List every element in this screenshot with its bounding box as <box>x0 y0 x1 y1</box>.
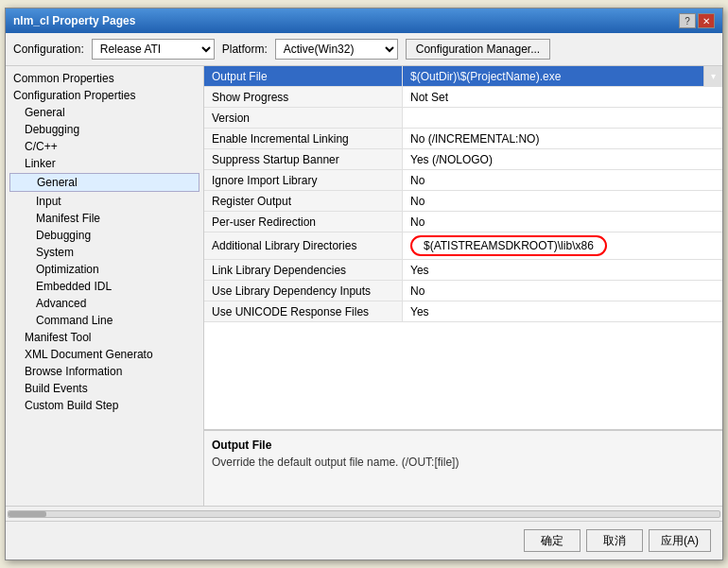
scroll-thumb <box>9 511 46 517</box>
tree-item-cpp[interactable]: C/C++ <box>6 138 203 155</box>
properties-grid: Output File $(OutDir)\$(ProjectName).exe… <box>204 66 722 430</box>
prop-row-ignore-import[interactable]: Ignore Import Library No <box>204 170 722 191</box>
close-button[interactable]: ✕ <box>698 13 715 28</box>
tree-item-linker-debugging[interactable]: Debugging <box>6 227 203 244</box>
description-panel: Output File Override the default output … <box>204 430 722 506</box>
tree-item-linker-system[interactable]: System <box>6 244 203 261</box>
tree-item-build-events[interactable]: Build Events <box>6 380 203 397</box>
bottom-bar: 确定 取消 应用(A) <box>6 521 722 559</box>
prop-name-link-lib: Link Library Dependencies <box>204 260 403 280</box>
tree-item-linker-command-line[interactable]: Command Line <box>6 312 203 329</box>
prop-name-ignore-import: Ignore Import Library <box>204 170 403 190</box>
prop-value-incremental: No (/INCREMENTAL:NO) <box>403 129 722 148</box>
title-bar-buttons: ? ✕ <box>679 13 715 28</box>
tree-item-debugging[interactable]: Debugging <box>6 121 203 138</box>
prop-value-ignore-import: No <box>403 170 722 190</box>
prop-value-use-lib-dep: No <box>403 281 722 301</box>
prop-name-output-file: Output File <box>204 66 403 86</box>
horizontal-scrollbar[interactable] <box>6 506 722 521</box>
tree-item-linker-optimization[interactable]: Optimization <box>6 261 203 278</box>
configuration-select[interactable]: Release ATI <box>92 39 215 60</box>
tree-item-xml-document[interactable]: XML Document Generato <box>6 346 203 363</box>
help-button[interactable]: ? <box>679 13 696 28</box>
config-label: Configuration: <box>13 43 84 56</box>
prop-row-unicode[interactable]: Use UNICODE Response Files Yes <box>204 301 722 322</box>
prop-value-unicode: Yes <box>403 301 722 321</box>
prop-value-output-file: $(OutDir)\$(ProjectName).exe ▾ <box>403 66 722 86</box>
tree-item-linker-input[interactable]: Input <box>6 193 203 210</box>
prop-value-version <box>403 108 722 128</box>
prop-name-show-progress: Show Progress <box>204 87 403 107</box>
prop-row-use-lib-dep[interactable]: Use Library Dependency Inputs No <box>204 281 722 301</box>
lib-dirs-value-highlighted: $(ATISTREAMSDKROOT)\lib\x86 <box>410 235 607 256</box>
prop-name-version: Version <box>204 108 403 128</box>
dialog-title: nlm_cl Property Pages <box>13 14 135 27</box>
prop-name-unicode: Use UNICODE Response Files <box>204 301 403 321</box>
prop-value-add-lib-dirs: $(ATISTREAMSDKROOT)\lib\x86 <box>403 232 722 259</box>
prop-value-register-output: No <box>403 191 722 211</box>
prop-name-per-user: Per-user Redirection <box>204 212 403 232</box>
apply-button[interactable]: 应用(A) <box>649 529 711 552</box>
toolbar: Configuration: Release ATI Platform: Act… <box>6 33 722 66</box>
ok-button[interactable]: 确定 <box>524 529 581 552</box>
config-manager-button[interactable]: Configuration Manager... <box>406 39 550 60</box>
tree-item-linker-embedded-idl[interactable]: Embedded IDL <box>6 278 203 295</box>
tree-item-linker-advanced[interactable]: Advanced <box>6 295 203 312</box>
prop-value-show-progress: Not Set <box>403 87 722 107</box>
prop-value-link-lib: Yes <box>403 260 722 280</box>
prop-name-use-lib-dep: Use Library Dependency Inputs <box>204 281 403 301</box>
tree-item-common-properties[interactable]: Common Properties <box>6 70 203 87</box>
prop-row-add-lib-dirs[interactable]: Additional Library Directories $(ATISTRE… <box>204 232 722 260</box>
tree-panel: Common Properties Configuration Properti… <box>6 66 204 506</box>
prop-row-output-file[interactable]: Output File $(OutDir)\$(ProjectName).exe… <box>204 66 722 87</box>
prop-row-suppress-banner[interactable]: Suppress Startup Banner Yes (/NOLOGO) <box>204 149 722 170</box>
right-panel: Output File $(OutDir)\$(ProjectName).exe… <box>204 66 722 506</box>
tree-item-general[interactable]: General <box>6 104 203 121</box>
prop-value-suppress-banner: Yes (/NOLOGO) <box>403 149 722 169</box>
cancel-button[interactable]: 取消 <box>586 529 643 552</box>
property-pages-dialog: nlm_cl Property Pages ? ✕ Configuration:… <box>5 8 723 560</box>
tree-item-linker[interactable]: Linker <box>6 155 203 172</box>
prop-name-add-lib-dirs: Additional Library Directories <box>204 232 403 259</box>
tree-item-linker-general[interactable]: General <box>9 173 199 192</box>
prop-name-incremental: Enable Incremental Linking <box>204 129 403 148</box>
tree-item-browse-info[interactable]: Browse Information <box>6 363 203 380</box>
content-area: Common Properties Configuration Properti… <box>6 66 722 506</box>
prop-name-suppress-banner: Suppress Startup Banner <box>204 149 403 169</box>
prop-value-per-user: No <box>403 212 722 232</box>
prop-row-link-lib[interactable]: Link Library Dependencies Yes <box>204 260 722 281</box>
tree-item-configuration-properties[interactable]: Configuration Properties <box>6 87 203 104</box>
output-file-dropdown[interactable]: ▾ <box>703 66 722 86</box>
prop-row-register-output[interactable]: Register Output No <box>204 191 722 212</box>
prop-row-version[interactable]: Version <box>204 108 722 129</box>
prop-row-per-user[interactable]: Per-user Redirection No <box>204 212 722 232</box>
prop-name-register-output: Register Output <box>204 191 403 211</box>
description-title: Output File <box>212 439 715 452</box>
description-text: Override the default output file name. (… <box>212 456 715 469</box>
platform-select[interactable]: Active(Win32) <box>275 39 398 60</box>
tree-item-manifest-tool[interactable]: Manifest Tool <box>6 329 203 346</box>
title-bar: nlm_cl Property Pages ? ✕ <box>6 9 722 33</box>
platform-label: Platform: <box>222 43 268 56</box>
prop-row-show-progress[interactable]: Show Progress Not Set <box>204 87 722 108</box>
tree-item-custom-build[interactable]: Custom Build Step <box>6 397 203 414</box>
prop-row-incremental[interactable]: Enable Incremental Linking No (/INCREMEN… <box>204 129 722 149</box>
tree-item-linker-manifest-file[interactable]: Manifest File <box>6 210 203 227</box>
scroll-track[interactable] <box>8 510 720 518</box>
